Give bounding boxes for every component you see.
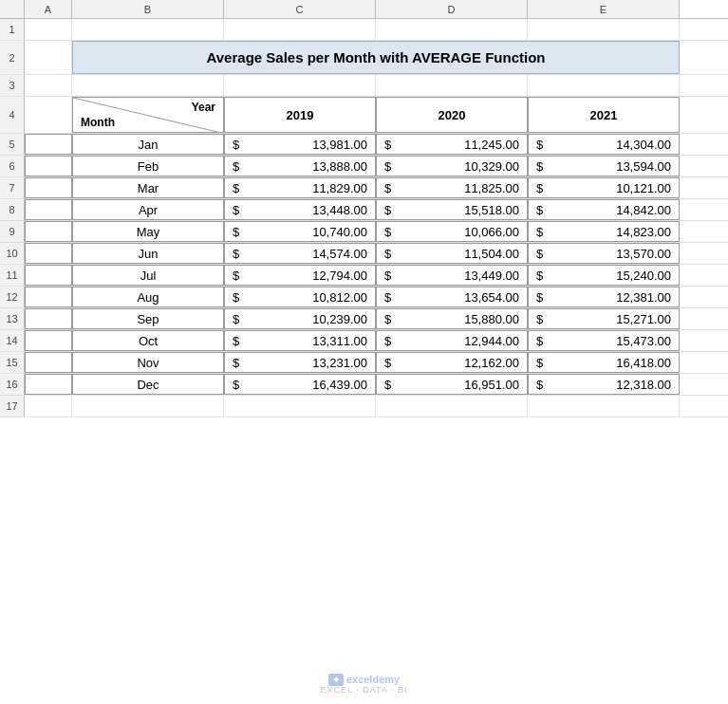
dollar-sign-e14: $	[536, 334, 546, 348]
cell-a4[interactable]	[25, 97, 72, 133]
cell-d6[interactable]: $ 10,329.00	[376, 156, 528, 176]
dollar-sign-e13: $	[536, 312, 546, 326]
row-2: 2 Average Sales per Month with AVERAGE F…	[0, 41, 728, 75]
cell-e7[interactable]: $ 10,121.00	[528, 177, 680, 198]
cell-b16-month[interactable]: Dec	[72, 374, 224, 395]
diagonal-header-cell: Year Month	[72, 97, 224, 133]
cell-e11[interactable]: $ 15,240.00	[528, 265, 680, 286]
cell-a12[interactable]	[25, 287, 72, 307]
cell-e9[interactable]: $ 14,823.00	[528, 221, 680, 242]
col-header-a: A	[25, 0, 72, 18]
cell-a3[interactable]	[25, 75, 72, 96]
cell-a15[interactable]	[25, 352, 72, 373]
cell-e14[interactable]: $ 15,473.00	[528, 330, 680, 351]
cell-a7[interactable]	[25, 177, 72, 198]
cell-d17[interactable]	[376, 396, 528, 417]
cell-e8[interactable]: $ 14,842.00	[528, 199, 680, 220]
cell-c11[interactable]: $ 12,794.00	[224, 265, 376, 286]
cell-e5[interactable]: $ 14,304.00	[528, 134, 680, 155]
row-4-headers: 4 Year Month 2019 2020 2021	[0, 97, 728, 134]
cell-d8[interactable]: $ 15,518.00	[376, 199, 528, 220]
cell-d5[interactable]: $ 11,245.00	[376, 134, 528, 155]
cell-a13[interactable]	[25, 308, 72, 329]
cell-c5[interactable]: $ 13,981.00	[224, 134, 376, 155]
cell-a11[interactable]	[25, 265, 72, 286]
row-9: 9 May $ 10,740.00 $ 10,066.00 $ 14,823.0…	[0, 221, 728, 243]
cell-c7[interactable]: $ 11,829.00	[224, 177, 376, 198]
cell-c3[interactable]	[224, 75, 376, 96]
dollar-sign-c16: $	[233, 378, 242, 392]
cell-a8[interactable]	[25, 199, 72, 220]
cell-a14[interactable]	[25, 330, 72, 351]
amount-d7: 11,825.00	[398, 181, 519, 195]
cell-e6[interactable]: $ 13,594.00	[528, 156, 680, 176]
cell-c8[interactable]: $ 13,448.00	[224, 199, 376, 220]
cell-b17[interactable]	[72, 396, 224, 417]
cell-c17[interactable]	[224, 396, 376, 417]
cell-c14[interactable]: $ 13,311.00	[224, 330, 376, 351]
cell-d16[interactable]: $ 16,951.00	[376, 374, 528, 395]
cell-e13[interactable]: $ 15,271.00	[528, 308, 680, 329]
cell-b6-month[interactable]: Feb	[72, 156, 224, 176]
amount-e5: 14,304.00	[550, 138, 671, 152]
cell-d9[interactable]: $ 10,066.00	[376, 221, 528, 242]
diagonal-month-label: Month	[81, 116, 115, 129]
cell-d12[interactable]: $ 13,654.00	[376, 287, 528, 307]
cell-c1[interactable]	[224, 19, 376, 40]
dollar-sign-c6: $	[233, 159, 242, 174]
row-16: 16 Dec $ 16,439.00 $ 16,951.00 $ 12,318.…	[0, 374, 728, 396]
cell-b9-month[interactable]: May	[72, 221, 224, 242]
amount-e11: 15,240.00	[550, 269, 671, 283]
cell-c13[interactable]: $ 10,239.00	[224, 308, 376, 329]
cell-b3[interactable]	[72, 75, 224, 96]
cell-e12[interactable]: $ 12,381.00	[528, 287, 680, 307]
row-12: 12 Aug $ 10,812.00 $ 13,654.00 $ 12,381.…	[0, 287, 728, 308]
cell-c15[interactable]: $ 13,231.00	[224, 352, 376, 373]
cell-d10[interactable]: $ 11,504.00	[376, 243, 528, 264]
cell-b14-month[interactable]: Oct	[72, 330, 224, 351]
cell-e16[interactable]: $ 12,318.00	[528, 374, 680, 395]
cell-a9[interactable]	[25, 221, 72, 242]
amount-d9: 10,066.00	[398, 225, 519, 239]
cell-a17[interactable]	[25, 396, 72, 417]
cell-b7-month[interactable]: Mar	[72, 177, 224, 198]
cell-a5[interactable]	[25, 134, 72, 155]
cell-b5-month[interactable]: Jan	[72, 134, 224, 155]
cell-c6[interactable]: $ 13,888.00	[224, 156, 376, 176]
cell-d7[interactable]: $ 11,825.00	[376, 177, 528, 198]
cell-a16[interactable]	[25, 374, 72, 395]
row-13: 13 Sep $ 10,239.00 $ 15,880.00 $ 15,271.…	[0, 308, 728, 330]
cell-d14[interactable]: $ 12,944.00	[376, 330, 528, 351]
cell-d1[interactable]	[376, 19, 528, 40]
cell-d3[interactable]	[376, 75, 528, 96]
cell-b11-month[interactable]: Jul	[72, 265, 224, 286]
row-num-9: 9	[0, 221, 25, 242]
dollar-sign-d13: $	[384, 312, 394, 326]
amount-e15: 16,418.00	[550, 356, 671, 370]
cell-c10[interactable]: $ 14,574.00	[224, 243, 376, 264]
cell-e3[interactable]	[528, 75, 680, 96]
cell-e10[interactable]: $ 13,570.00	[528, 243, 680, 264]
dollar-sign-d8: $	[384, 203, 394, 217]
cell-b10-month[interactable]: Jun	[72, 243, 224, 264]
cell-a2[interactable]	[25, 41, 72, 74]
cell-b12-month[interactable]: Aug	[72, 287, 224, 307]
cell-b15-month[interactable]: Nov	[72, 352, 224, 373]
cell-d11[interactable]: $ 13,449.00	[376, 265, 528, 286]
cell-c16[interactable]: $ 16,439.00	[224, 374, 376, 395]
cell-d13[interactable]: $ 15,880.00	[376, 308, 528, 329]
cell-b13-month[interactable]: Sep	[72, 308, 224, 329]
amount-e10: 13,570.00	[550, 247, 671, 261]
cell-e1[interactable]	[528, 19, 680, 40]
cell-e17[interactable]	[528, 396, 680, 417]
dollar-sign-d15: $	[384, 356, 394, 370]
cell-b1[interactable]	[72, 19, 224, 40]
cell-a6[interactable]	[25, 156, 72, 176]
cell-c9[interactable]: $ 10,740.00	[224, 221, 376, 242]
cell-a10[interactable]	[25, 243, 72, 264]
cell-e15[interactable]: $ 16,418.00	[528, 352, 680, 373]
cell-b8-month[interactable]: Apr	[72, 199, 224, 220]
cell-c12[interactable]: $ 10,812.00	[224, 287, 376, 307]
cell-a1[interactable]	[25, 19, 72, 40]
cell-d15[interactable]: $ 12,162.00	[376, 352, 528, 373]
